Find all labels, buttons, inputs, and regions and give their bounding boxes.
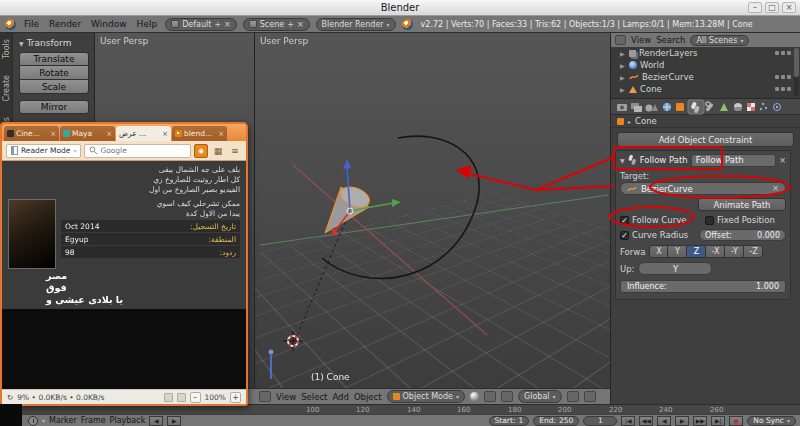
menu-window[interactable]: Window: [89, 19, 129, 29]
screen-layout-selector[interactable]: Default + ×: [165, 18, 237, 31]
jump-end-icon[interactable]: ▶: [167, 416, 181, 426]
downloads-icon[interactable]: [177, 393, 186, 402]
expand-icon[interactable]: ▶: [620, 86, 626, 93]
play-reverse-button[interactable]: ◀: [657, 416, 671, 426]
world-tab-icon[interactable]: [663, 103, 671, 111]
record-button[interactable]: ●: [729, 416, 743, 426]
scene-add-icon[interactable]: +: [287, 20, 294, 29]
tab-tools[interactable]: Tools: [2, 39, 11, 59]
play-button[interactable]: ▶: [675, 416, 689, 426]
browser-tab-4[interactable]: blend... ×: [172, 126, 227, 141]
minimize-button[interactable]: –: [748, 2, 762, 13]
apps-grid-icon[interactable]: ▦: [211, 144, 225, 158]
object-data-tab-icon[interactable]: [720, 103, 728, 111]
jump-to-start-button[interactable]: |◀: [621, 416, 635, 426]
editor-type-icon[interactable]: [259, 391, 271, 402]
axis-y-button[interactable]: Y: [668, 245, 687, 258]
axis-x-button[interactable]: X: [649, 245, 668, 258]
follow-curve-checkbox[interactable]: ✓ Follow Curve: [620, 215, 701, 225]
add-constraint-button[interactable]: Add Object Constraint: [617, 132, 794, 147]
tab-close-icon[interactable]: ×: [162, 130, 168, 138]
expand-icon[interactable]: ▶: [620, 50, 626, 57]
zoom-out-button[interactable]: –: [190, 392, 201, 403]
expand-icon[interactable]: ▶: [620, 62, 626, 69]
layout-add-icon[interactable]: +: [214, 20, 221, 29]
prev-keyframe-button[interactable]: ◀◀: [639, 416, 653, 426]
viewport-shading-icon[interactable]: [470, 392, 479, 401]
search-input[interactable]: [100, 146, 186, 155]
frame-end-field[interactable]: End: 250: [533, 416, 579, 426]
axis-neg-y-button[interactable]: -Y: [725, 245, 744, 258]
close-button[interactable]: ×: [782, 2, 796, 13]
next-keyframe-button[interactable]: ▶▶: [693, 416, 707, 426]
material-tab-icon[interactable]: [734, 103, 742, 111]
offset-field[interactable]: Offset: 0.000: [699, 229, 786, 241]
menu-frame[interactable]: Frame: [81, 416, 106, 425]
menu-icon[interactable]: ≡: [228, 144, 242, 158]
mirror-button[interactable]: Mirror: [19, 100, 89, 114]
menu-marker[interactable]: Marker: [49, 416, 77, 425]
outliner-menu-view[interactable]: View: [631, 35, 651, 45]
orientation-selector[interactable]: Global ▾: [518, 390, 562, 403]
outliner-scope-selector[interactable]: All Scenes ▾: [690, 35, 749, 46]
translate-button[interactable]: Translate: [19, 52, 89, 66]
layout-unlink-icon[interactable]: ×: [224, 20, 231, 29]
modifiers-tab-icon[interactable]: [705, 102, 713, 112]
fixed-position-checkbox[interactable]: Fixed Position: [705, 215, 786, 225]
object-tab-icon[interactable]: [676, 103, 684, 111]
expand-icon[interactable]: ▶: [620, 74, 626, 81]
outliner-scrollbar[interactable]: [794, 48, 799, 96]
restrict-icons[interactable]: [775, 51, 791, 55]
blender-logo-icon[interactable]: [5, 19, 16, 30]
scene-selector[interactable]: Scene + ×: [243, 18, 310, 31]
maximize-button[interactable]: □: [765, 2, 779, 13]
jump-start-icon[interactable]: ◀: [149, 416, 163, 426]
jump-to-end-button[interactable]: ▶|: [711, 416, 725, 426]
menu-help[interactable]: Help: [135, 19, 160, 29]
zoom-in-button[interactable]: +: [230, 392, 241, 403]
sync-selector[interactable]: No Sync ▾: [747, 416, 796, 426]
tab-close-icon[interactable]: ×: [50, 130, 56, 138]
manipulator-rotate-icon[interactable]: [501, 391, 513, 402]
delete-constraint-icon[interactable]: ×: [779, 156, 786, 165]
menu-add[interactable]: Add: [332, 392, 348, 402]
camera-icon[interactable]: ◉: [194, 144, 208, 158]
render-tab-icon[interactable]: [617, 104, 627, 111]
texture-tab-icon[interactable]: [747, 103, 755, 111]
axis-z-button[interactable]: Z: [687, 245, 706, 258]
curve-radius-checkbox[interactable]: ✓ Curve Radius: [620, 230, 695, 240]
animate-path-button[interactable]: Animate Path: [698, 198, 786, 211]
properties-tabs[interactable]: [614, 99, 794, 115]
menu-file[interactable]: File: [22, 19, 41, 29]
constraint-panel-header[interactable]: ▼ Follow Path Follow Path ×: [616, 151, 790, 169]
restrict-icons[interactable]: [775, 75, 791, 79]
browser-tab-3-active[interactable]: عرض ... ×: [116, 126, 171, 141]
axis-neg-x-button[interactable]: -X: [706, 245, 725, 258]
target-field[interactable]: BezierCurve ×: [620, 182, 786, 195]
physics-tab-icon[interactable]: [774, 103, 781, 110]
manipulator-translate-icon[interactable]: [484, 391, 496, 402]
outliner-row-cone[interactable]: ▶ Cone: [611, 83, 800, 95]
triangle-down-icon[interactable]: ▼: [620, 157, 625, 164]
menu-playback[interactable]: Playback: [110, 416, 146, 425]
browser-tab-2[interactable]: Maya ×: [60, 126, 115, 141]
menu-object[interactable]: Object: [354, 392, 382, 402]
outliner-row-beziercurve[interactable]: ▶ BezierCurve: [611, 71, 800, 83]
render-camera-icon[interactable]: [584, 391, 596, 402]
panel-icon[interactable]: [164, 393, 173, 402]
outliner-menu-search[interactable]: Search: [656, 35, 685, 45]
scene-unlink-icon[interactable]: ×: [297, 20, 304, 29]
render-layers-tab-icon[interactable]: [631, 103, 642, 112]
outliner-row-world[interactable]: ▶ World: [611, 59, 800, 71]
particles-tab-icon[interactable]: [760, 102, 767, 109]
axis-neg-z-button[interactable]: -Z: [744, 245, 763, 258]
influence-slider[interactable]: Influence: 1.000: [620, 280, 786, 293]
menu-view[interactable]: View: [276, 392, 296, 402]
reader-mode-button[interactable]: Reader Mode ▾: [6, 144, 81, 158]
tab-create[interactable]: Create: [2, 75, 11, 102]
scene-tab-icon[interactable]: [646, 104, 659, 112]
current-frame-field[interactable]: 1: [583, 416, 617, 426]
tab-close-icon[interactable]: ×: [218, 130, 224, 138]
constraint-name-field[interactable]: Follow Path: [691, 154, 777, 167]
restrict-icons[interactable]: [775, 87, 791, 91]
